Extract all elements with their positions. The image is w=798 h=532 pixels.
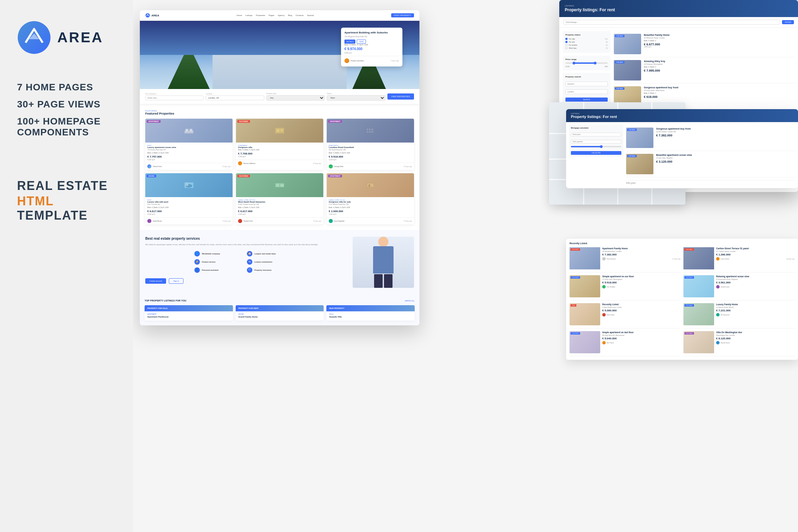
calculate-button[interactable]: CALCULATE [571, 151, 621, 155]
third-listing-badge-1: FOR RENT [627, 129, 637, 131]
ll-title-8: Villa On Washington Ave [716, 331, 795, 334]
table-row: APARTMENT RENT Luxury apartment ocean vi… [145, 119, 233, 170]
filter-checkbox-rent[interactable] [565, 41, 567, 43]
find-properties-button[interactable]: FIND PROPERTIES [387, 93, 414, 100]
price-range-values: €100k €5M [565, 66, 608, 68]
view-all-link[interactable]: WRITE ALL [405, 300, 415, 302]
nav-agency[interactable]: Agency [278, 14, 285, 16]
hero-card-sqft: 5,969 sq ft [344, 52, 399, 54]
property-search-submit[interactable]: SEARCH [565, 98, 608, 102]
prop-agent-name-2: Bernice Jefferson [243, 163, 255, 164]
mortgage-slider-handle[interactable] [600, 145, 603, 148]
ll-img-4: FOR RENT [683, 275, 714, 297]
ll-info-3: Simple apartment on our floor 27 Park La… [602, 275, 681, 297]
bottom-card-title-1: Apartment Penthouse [147, 316, 230, 318]
nav-home[interactable]: Home [237, 14, 242, 16]
sign-in-button[interactable]: Sign in [169, 278, 183, 284]
mortgage-slider [571, 146, 621, 147]
logo-area: AREA [17, 20, 116, 55]
tagline-line3: TEMPLATE [17, 208, 116, 223]
home-icon: 🏠 [247, 251, 252, 256]
prop-agent-avatar-4 [147, 219, 151, 223]
list-item: NEW Recently Listed 5 New Build Court, L… [570, 303, 681, 328]
feature-label-3: Fastest service [202, 261, 216, 263]
prop-title-1: Luxury apartment ocean view [147, 146, 231, 148]
ll-addr-3: 27 Park Lane, Birmingham [602, 278, 681, 280]
large-listings-mockup: Recently Listed FOR RENT Apartment Famil… [566, 239, 798, 360]
nav-special[interactable]: Special [307, 14, 314, 16]
prop-footer-6: Irina Fitzgerald 72 days ago [327, 217, 414, 224]
prop-footer-5: Pauline Fiorin 72 days ago [236, 217, 323, 224]
ll-title-6: Luxury Family Home [716, 303, 795, 306]
nav-contacts[interactable]: Contacts [296, 14, 304, 16]
ll-info-2: Carlton-Street Terrace 51 panel 51 Carlt… [716, 247, 795, 269]
listing-img-1: FOR RENT [614, 34, 641, 54]
prop-image-3: APARTMENT [327, 119, 414, 143]
listings-filter-button[interactable]: FILTER [782, 20, 794, 24]
prop-sqft-5: 4,100 sq.Ft [238, 213, 321, 215]
property-search-keyword[interactable] [565, 82, 608, 86]
keyword-input[interactable] [145, 95, 204, 100]
prop-badge-2: FEATURED [237, 120, 250, 123]
hero-card-details: Beds: 4 | Baths: 5 | Sq.Ft: 2100 [344, 44, 399, 46]
create-account-button[interactable]: Create account [145, 278, 166, 284]
prop-time-2: 72 days ago [313, 163, 321, 164]
third-listing-info-2: Beautiful apartment ocean view 14 Sea Vi… [656, 154, 795, 174]
mortgage-down-input[interactable] [571, 140, 621, 144]
filter-checkbox-sale[interactable] [565, 38, 567, 40]
person-icon: 👤 [194, 267, 200, 273]
hero-save-btn[interactable]: SAVE [357, 40, 366, 44]
ll-addr-8: Washington Ave, London [716, 334, 795, 336]
feature-label-2: Largest real estate base [254, 253, 276, 255]
ll-info-4: Relaxing apartment ocean view 9 Oceanvie… [716, 275, 795, 297]
feature-1: 🌐 Worldwide company [194, 251, 244, 256]
list-item: FOR RENT Beautiful Family Home 32 Whitmo… [614, 31, 795, 57]
ll-agent-7: Ben Harris [602, 341, 681, 344]
secondary-header-sub: LISTINGS [565, 5, 793, 7]
nav-listings[interactable]: Listings [246, 14, 252, 16]
nav-blog[interactable]: Blog [288, 14, 292, 16]
prop-body-3: APARTMENT Lovelace Road Greenfield 803 G… [327, 143, 414, 163]
prop-time-3: 72 days ago [403, 166, 412, 167]
listings-search-input[interactable] [563, 20, 780, 25]
location-input[interactable] [206, 95, 264, 100]
price-slider-handle-left[interactable] [573, 62, 575, 64]
price-max: €5M [605, 66, 608, 68]
price-slider-handle-right[interactable] [594, 62, 596, 64]
nav-properties[interactable]: Properties [256, 14, 265, 16]
filter-checkbox-auction[interactable] [565, 44, 567, 46]
bottom-card-type-2: HOUSE [238, 313, 321, 315]
post-property-button[interactable]: POST PROPERTY [391, 13, 414, 17]
primary-mockup: AREA Home Listings Properties Pages Agen… [140, 10, 419, 325]
bottom-card-header-2: PROPERTY FOR RENT [236, 305, 324, 311]
ll-time-1: 23 days ago [672, 258, 681, 260]
mortgage-price-input[interactable] [571, 133, 621, 136]
third-listings: FOR RENT Gorgeous apartment buy front 22… [626, 125, 795, 186]
ll-agent-name-2: Laura Green [721, 258, 729, 260]
status-select[interactable]: Rent [327, 95, 385, 101]
hero-card-title: Apartment Building with Suburbs [344, 31, 399, 34]
hero-card-price: € 9.974.000 [344, 47, 399, 51]
kith-pool-label: Kith pool [626, 180, 795, 186]
hero-details-btn[interactable]: DETAILS [344, 40, 355, 44]
location-group: Location [206, 93, 264, 100]
prop-title-6: Gorgeous villa for sale [329, 201, 412, 203]
property-search-location[interactable] [565, 89, 608, 94]
list-item: FOR SALE Luxury Family Home 12 Manor Roa… [683, 303, 795, 328]
bottom-card-3: NEW PROPERTY VILLA Seaside Villa [326, 305, 415, 321]
tagline-line1: REAL ESTATE [17, 178, 116, 194]
filter-checkbox-short[interactable] [565, 47, 567, 49]
bottom-card-2: PROPERTY FOR RENT HOUSE Grand Family Hom… [236, 305, 324, 321]
bottom-card-title-3: Seaside Villa [329, 316, 412, 318]
nav-pages[interactable]: Pages [269, 14, 275, 16]
prop-title-5: West Heath Road Hampstea [238, 201, 321, 203]
prop-details-6: Beds: 4 | Baths: 5 | Sq.Ft: 2100 [329, 207, 412, 208]
ll-price-7: € 5.040.000 [602, 337, 681, 340]
mock-brand-name: AREA [151, 14, 159, 17]
type-select[interactable]: Any [266, 95, 325, 101]
ll-time-2: 18 days ago [786, 258, 795, 260]
prop-agent-name-4: Daniel Brown [153, 220, 162, 222]
filter-option-sale: For sale (12) [565, 38, 608, 40]
prop-time-1: 72 days ago [222, 166, 231, 167]
ll-info-7: Ample apartment on last floor 88 High Ri… [602, 331, 681, 353]
